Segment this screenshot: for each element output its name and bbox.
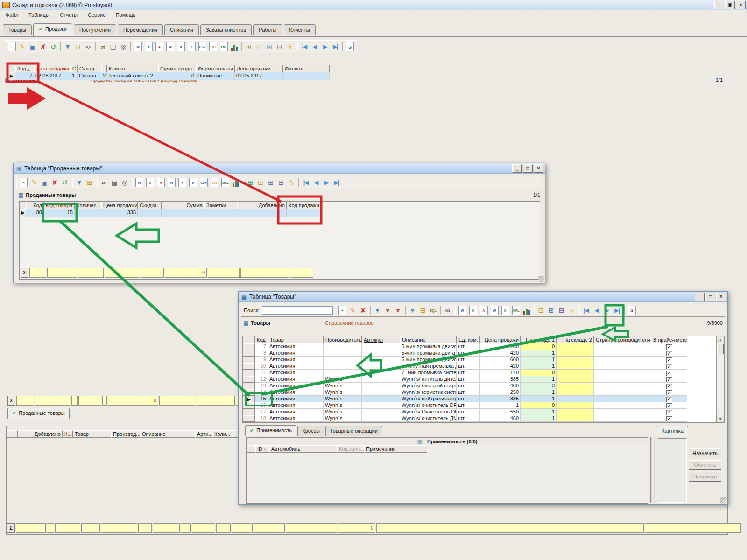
export-report-icon[interactable]: A (155, 42, 163, 51)
chart-icon[interactable] (231, 178, 240, 187)
print-icon[interactable]: ▤ (110, 178, 119, 187)
clear-picture-button[interactable]: Очистить (689, 460, 721, 470)
edit-record-icon[interactable]: ✎ (29, 178, 39, 187)
subtab-1[interactable]: Кроссы (297, 426, 324, 436)
close-button[interactable]: × (534, 164, 543, 173)
checkbox-checked-icon[interactable]: ✔ (666, 416, 672, 422)
column-header[interactable]: Описание (140, 430, 195, 438)
column-header[interactable]: Код товара (44, 202, 75, 209)
filter-tree-icon[interactable]: ⊞ (85, 178, 94, 187)
column-header[interactable]: На складе 1 (521, 336, 557, 343)
grid-view-icon[interactable]: ⊞ (265, 42, 274, 51)
assign-picture-button[interactable]: Назначить (689, 448, 721, 458)
vertical-scrollbar[interactable]: ▲ ▼ (716, 336, 724, 422)
export-report-icon[interactable]: A (480, 306, 488, 315)
column-header[interactable]: Код△ (15, 65, 34, 72)
product-row[interactable]: 17АвтохимияWynn`sWynn`s/ Очиститель DPшт… (243, 409, 724, 415)
product-row[interactable]: 18АвтохимияWynn`sWynn`s/ очиститель ДМшт… (243, 415, 724, 422)
nav-first-icon[interactable]: |◀ (300, 42, 309, 51)
refresh-icon[interactable]: ↺ (49, 42, 58, 51)
search-icon[interactable]: ∞ (443, 306, 452, 315)
column-header[interactable]: Производ... (111, 430, 140, 438)
filter-icon[interactable]: ▼ (63, 42, 72, 51)
nav-last-icon[interactable]: ▶| (331, 42, 340, 51)
export-excel-template-icon[interactable]: X (501, 306, 509, 315)
tab-6[interactable]: Работы (253, 24, 282, 35)
delete-record-icon[interactable]: ✘ (38, 42, 48, 51)
checkbox-checked-icon[interactable]: ✔ (666, 377, 672, 383)
export-csv-icon[interactable]: CSV (200, 178, 208, 187)
table-row[interactable]: ▶8015335 (20, 209, 540, 217)
column-header[interactable]: Арти... (195, 430, 212, 438)
add-record-icon[interactable]: + (338, 306, 346, 315)
filter-clear-icon[interactable]: ▼ (383, 306, 393, 315)
export-excel-icon[interactable]: X (145, 42, 153, 51)
export-excel-template-icon[interactable]: X (178, 178, 186, 187)
column-header[interactable]: Код продажи (287, 202, 321, 209)
nav-prev-icon[interactable]: ◀ (592, 306, 601, 315)
nav-first-icon[interactable]: |◀ (582, 306, 591, 315)
preview-icon[interactable]: ◎ (120, 178, 129, 187)
sold-window-titlebar[interactable]: Таблица "Проданные товары" _ □ × (14, 163, 545, 174)
export-excel-icon[interactable]: X (146, 178, 154, 187)
quick-action-icon[interactable]: ϟ (567, 306, 577, 315)
column-header[interactable]: ID△ (255, 445, 269, 453)
preview-icon[interactable]: ◎ (119, 42, 128, 51)
add-column-icon[interactable]: ⊞ (244, 42, 254, 51)
grid-view-icon[interactable]: ⊞ (547, 306, 556, 315)
view-picture-button[interactable]: Просмотр (689, 472, 721, 482)
checkbox-checked-icon[interactable]: ✔ (666, 371, 672, 376)
table-row[interactable]: ▶702.05.20171Сигнал2Тестовый клиент 20На… (7, 72, 330, 80)
product-row[interactable]: 13АвтохимияWynn`sWynn`s/ быстрый стартшт… (243, 383, 724, 389)
export-word-icon[interactable]: W (458, 306, 466, 315)
column-header[interactable]: Товар (73, 430, 111, 438)
column-header[interactable]: Товар (268, 336, 324, 343)
checkbox-checked-icon[interactable]: ✔ (666, 384, 672, 389)
column-header[interactable]: Описание (400, 336, 457, 343)
tab-4[interactable]: Списания (164, 24, 199, 35)
scroll-up-icon[interactable]: ▲ (717, 336, 724, 343)
nav-last-icon[interactable]: ▶| (332, 178, 341, 187)
export-xml-icon[interactable]: XML (220, 42, 228, 51)
column-header[interactable]: Клиент (107, 65, 158, 72)
column-header[interactable]: К... (63, 430, 73, 438)
filter-tree-icon[interactable]: ⊞ (73, 42, 83, 51)
column-header[interactable]: Артикул (362, 336, 400, 343)
tab-1[interactable]: Продажи (33, 23, 72, 36)
column-header[interactable]: Код (255, 336, 268, 343)
menu-item-1[interactable]: Таблицы (28, 12, 49, 18)
export-excel-template-icon[interactable]: X (177, 42, 185, 51)
sql-filter-icon[interactable]: SQL (429, 306, 438, 315)
column-settings-icon[interactable]: ⊡ (256, 178, 265, 187)
minimize-button[interactable]: _ (695, 293, 705, 301)
export-word-template-icon[interactable]: W (491, 306, 499, 315)
add-record-icon[interactable]: + (8, 42, 16, 51)
products-window-titlebar[interactable]: Таблица "Товары" _ □ × (239, 292, 727, 302)
print-icon[interactable]: ▤ (108, 42, 118, 51)
checkbox-checked-icon[interactable]: ✔ (666, 344, 672, 350)
export-word-icon[interactable]: W (134, 42, 142, 51)
column-header[interactable]: Форма оплаты (196, 65, 235, 72)
export-excel-icon[interactable]: X (469, 306, 477, 315)
column-header[interactable]: Количес... (75, 202, 101, 209)
column-header[interactable]: Код (26, 202, 44, 209)
menu-item-0[interactable]: Файл (6, 12, 18, 18)
scroll-thumb[interactable] (717, 344, 724, 354)
edit-record-icon[interactable]: ✎ (348, 306, 358, 315)
filter-icon[interactable]: ▼ (408, 306, 417, 315)
delete-record-icon[interactable]: ✘ (50, 178, 59, 187)
column-header[interactable]: Страна производителя (594, 336, 651, 343)
nav-next-icon[interactable]: ▶ (602, 306, 612, 315)
column-header[interactable]: В прайс-листе (651, 336, 687, 343)
column-header[interactable]: Добавлено (18, 430, 63, 438)
export-csv-icon[interactable]: CSV (198, 42, 206, 51)
column-header[interactable]: Производитель (324, 336, 362, 343)
product-row[interactable]: 7Автохимия5-мин промывка двигатшт.1500✔ (243, 343, 724, 350)
menu-item-3[interactable]: Сервис (88, 12, 106, 18)
column-header[interactable]: Склад (78, 65, 101, 72)
column-header[interactable]: Добавлено (237, 202, 287, 209)
export-report-icon[interactable]: A (157, 178, 165, 187)
column-header[interactable]: С... (70, 65, 78, 72)
delete-record-icon[interactable]: ✘ (359, 306, 368, 315)
picture-icon[interactable]: ◪ (346, 42, 354, 51)
